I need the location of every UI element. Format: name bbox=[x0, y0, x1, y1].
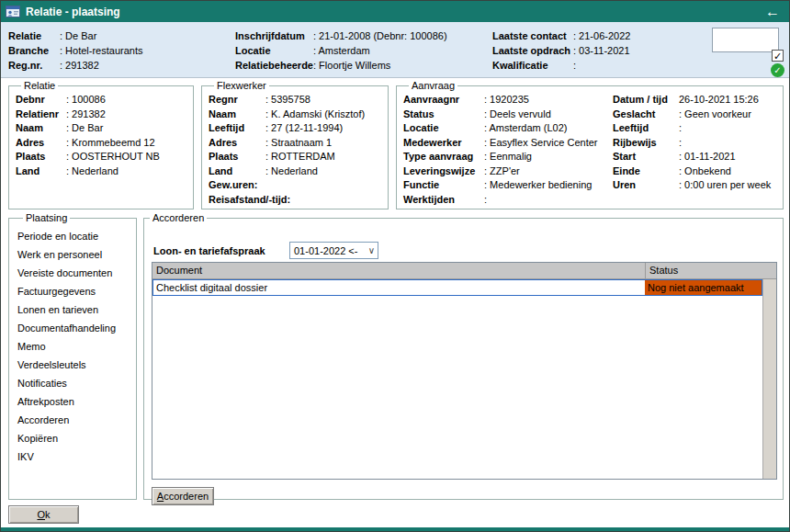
info-row: Type aanvraag : Eenmalig bbox=[403, 150, 613, 164]
info-row: Datum / tijd 26-10-2021 15:26 bbox=[613, 93, 783, 108]
window-icon bbox=[6, 6, 20, 17]
field-label: Datum / tijd bbox=[613, 93, 679, 108]
header-row: Locatie : Amsterdam bbox=[235, 43, 447, 58]
document-table: Document Status Checklist digitaal dossi… bbox=[152, 262, 777, 480]
info-row: Adres : Straatnaam 1 bbox=[209, 136, 388, 151]
field-label: Plaats bbox=[209, 150, 265, 164]
column-header-document[interactable]: Document bbox=[152, 263, 645, 278]
field-value: : bbox=[484, 193, 487, 208]
plaatsing-menu-item[interactable]: Documentafhandeling bbox=[17, 319, 136, 337]
aanvraag-right-rows: Datum / tijd 26-10-2021 15:26 Geslacht :… bbox=[613, 93, 783, 207]
field-label: Werktijden bbox=[403, 193, 484, 208]
accorderen-button[interactable]: Accorderen bbox=[152, 487, 214, 505]
field-label: Laatste opdrach bbox=[492, 43, 573, 58]
table-scrollbar[interactable] bbox=[762, 279, 776, 479]
field-value: : Geen voorkeur bbox=[679, 108, 751, 122]
field-value: : De Bar bbox=[60, 28, 96, 43]
accorderen-fieldset: Accorderen Loon- en tariefafspraak 01-01… bbox=[143, 212, 784, 500]
flexwerker-legend: Flexwerker bbox=[214, 80, 269, 91]
field-label: Aanvraagnr bbox=[403, 93, 484, 108]
field-label: Naam bbox=[209, 108, 265, 122]
header-col-inschrijving: Inschrijfdatum : 21-01-2008 (Debnr: 1000… bbox=[235, 28, 447, 73]
header-checkbox[interactable]: ✓ bbox=[772, 50, 784, 62]
field-value: : bbox=[573, 58, 576, 73]
loon-tariefafspraak-label: Loon- en tariefafspraak bbox=[153, 245, 289, 256]
field-value: : Medewerker bediening bbox=[484, 178, 592, 193]
window-title: Relatie - plaatsing bbox=[26, 6, 120, 18]
field-value: : 291382 bbox=[60, 58, 99, 73]
field-value: : Hotel-restaurants bbox=[60, 43, 142, 58]
info-row: Leeftijd : 27 (12-11-1994) bbox=[209, 121, 388, 136]
field-label: Leeftijd bbox=[613, 121, 679, 136]
field-label: Reg.nr. bbox=[8, 58, 60, 73]
info-row: Locatie : Amsterdam (L02) bbox=[403, 121, 613, 136]
info-row: Regnr : 5395758 bbox=[209, 93, 388, 108]
flexwerker-fieldset: Flexwerker Regnr : 5395758 Naam : K. Ada… bbox=[201, 80, 389, 209]
accorderen-legend: Accorderen bbox=[150, 212, 207, 223]
header-row: Laatste opdrach : 03-11-2021 bbox=[492, 43, 630, 58]
field-label: Rijbewijs bbox=[613, 136, 679, 151]
info-row: Debnr : 100086 bbox=[16, 93, 193, 108]
relatie-plaatsing-window: Relatie - plaatsing ← Relatie : De Bar B… bbox=[0, 0, 790, 532]
field-value: : 01-11-2021 bbox=[679, 150, 736, 164]
status-cell: Nog niet aangemaakt bbox=[645, 280, 762, 295]
field-label: Debnr bbox=[16, 93, 66, 108]
plaatsing-menu-item[interactable]: Lonen en tarieven bbox=[17, 300, 136, 319]
plaatsing-menu-item[interactable]: Aftrekposten bbox=[17, 392, 136, 411]
plaatsing-menu-item[interactable]: Factuurgegevens bbox=[17, 282, 136, 300]
field-label: Locatie bbox=[403, 121, 484, 136]
ok-button-label: Ok bbox=[9, 509, 78, 520]
field-label: Relatienr bbox=[16, 108, 66, 122]
titlebar: Relatie - plaatsing ← bbox=[1, 1, 789, 22]
header: Relatie : De Bar Branche : Hotel-restaur… bbox=[1, 22, 789, 78]
info-row: Relatienr : 291382 bbox=[16, 108, 193, 122]
field-value: : K. Adamski (Krisztof) bbox=[265, 108, 365, 122]
plaatsing-menu-item[interactable]: Werk en personeel bbox=[17, 245, 136, 264]
ok-button[interactable]: Ok bbox=[8, 505, 79, 524]
field-value: : Deels vervuld bbox=[484, 108, 551, 122]
plaatsing-menu-item[interactable]: Accorderen bbox=[17, 411, 136, 429]
field-value: 26-10-2021 15:26 bbox=[679, 93, 759, 108]
field-label: Start bbox=[613, 150, 679, 164]
relatie-legend: Relatie bbox=[21, 80, 58, 91]
field-label: Regnr bbox=[209, 93, 265, 108]
aanvraag-left-rows: Aanvraagnr : 1920235 Status : Deels verv… bbox=[403, 93, 613, 207]
field-value: : 100086 bbox=[66, 93, 106, 108]
plaatsing-menu-item[interactable]: Memo bbox=[17, 337, 136, 356]
plaatsing-menu-item[interactable]: Kopiëren bbox=[17, 429, 136, 447]
field-value: : 1920235 bbox=[484, 93, 529, 108]
field-label: Land bbox=[209, 164, 265, 179]
plaatsing-menu-item[interactable]: Verdeelsleutels bbox=[17, 356, 136, 374]
info-row: Start : 01-11-2021 bbox=[613, 150, 783, 164]
plaatsing-menu-item[interactable]: Periode en locatie bbox=[17, 227, 136, 245]
plaatsing-menu-item[interactable]: IKV bbox=[17, 447, 136, 466]
field-value: : bbox=[679, 136, 682, 151]
plaatsing-menu-item[interactable]: Notificaties bbox=[17, 374, 136, 392]
info-row: Land : Nederland bbox=[209, 164, 388, 179]
info-row: Leveringswijze : ZZP'er bbox=[403, 164, 613, 179]
info-row: Functie : Medewerker bediening bbox=[403, 178, 613, 193]
loon-tariefafspraak-select[interactable]: 01-01-2022 <- ∨ bbox=[289, 242, 378, 259]
field-value: : 5395758 bbox=[265, 93, 310, 108]
field-value: : Krommebeemd 12 bbox=[66, 136, 155, 151]
chevron-down-icon: ∨ bbox=[368, 245, 375, 255]
field-label: Leeftijd bbox=[209, 121, 265, 136]
info-row: Status : Deels vervuld bbox=[403, 108, 613, 122]
field-label: Adres bbox=[16, 136, 66, 151]
field-label: Uren bbox=[613, 178, 679, 193]
header-note-box[interactable] bbox=[712, 28, 779, 52]
info-row: Naam : K. Adamski (Krisztof) bbox=[209, 108, 388, 122]
column-header-status[interactable]: Status bbox=[645, 263, 776, 278]
field-label: Medewerker bbox=[403, 136, 484, 151]
back-arrow-icon[interactable]: ← bbox=[765, 5, 780, 19]
field-value: : 291382 bbox=[66, 108, 106, 122]
field-label: Geslacht bbox=[613, 108, 679, 122]
document-cell: Checklist digitaal dossier bbox=[153, 280, 645, 295]
field-value: : Straatnaam 1 bbox=[265, 136, 332, 151]
flexwerker-rows: Regnr : 5395758 Naam : K. Adamski (Krisz… bbox=[209, 93, 388, 207]
plaatsing-menu-item[interactable]: Vereiste documenten bbox=[17, 264, 136, 282]
field-label: Plaats bbox=[16, 150, 66, 164]
aanvraag-legend: Aanvraag bbox=[409, 80, 457, 91]
table-row[interactable]: Checklist digitaal dossier Nog niet aang… bbox=[152, 279, 762, 296]
field-label: Relatie bbox=[8, 28, 60, 43]
